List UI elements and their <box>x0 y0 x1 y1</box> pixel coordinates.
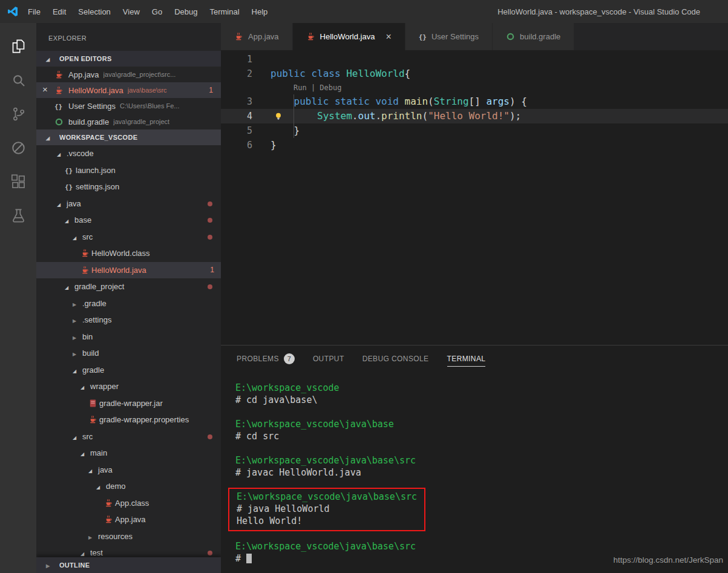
panel-tab-label: DEBUG CONSOLE <box>362 355 429 363</box>
jar-file-icon <box>88 399 99 408</box>
file-gradle-wrapper-properties[interactable]: gradle-wrapper.properties <box>36 411 221 428</box>
codelens-run-debug[interactable]: Run | Debug <box>293 83 341 92</box>
close-editor-icon[interactable] <box>42 84 48 94</box>
folder-java[interactable]: java <box>36 195 221 212</box>
editor-tab-bar: App.javaHelloWorld.javaUser Settingsbuil… <box>221 23 728 50</box>
terminal-path-line: E:\workspace_vscode\java\base <box>235 418 728 430</box>
line-number[interactable]: 5 <box>221 123 252 138</box>
terminal-path-line: E:\workspace_vscode\java\base\src <box>237 491 417 503</box>
close-tab-icon[interactable] <box>385 31 391 42</box>
menu-terminal[interactable]: Terminal <box>203 0 245 23</box>
panel-tab-debug-console[interactable]: DEBUG CONSOLE <box>362 345 429 372</box>
folder-gradle[interactable]: gradle <box>36 362 221 379</box>
terminal-block: E:\workspace_vscode# cd java\base\ <box>235 382 728 406</box>
terminal-path-line: E:\workspace_vscode <box>235 382 728 394</box>
code-line-4[interactable]: 4 System.out.println("Hello World!"); <box>221 109 728 123</box>
terminal-content[interactable]: E:\workspace_vscode# cd java\base\E:\wor… <box>221 372 728 573</box>
lightbulb-icon[interactable] <box>274 112 283 120</box>
menu-edit[interactable]: Edit <box>47 0 72 23</box>
folder-src[interactable]: src <box>36 229 221 246</box>
tab-helloworld-java[interactable]: HelloWorld.java <box>293 23 405 50</box>
panel-tab-terminal[interactable]: TERMINAL <box>447 345 486 372</box>
panel-tab-output[interactable]: OUTPUT <box>313 345 344 372</box>
menu-file[interactable]: File <box>22 0 47 23</box>
tab-app-java[interactable]: App.java <box>221 23 293 50</box>
item-label: HelloWorld.java <box>91 266 146 275</box>
folder-base[interactable]: base <box>36 212 221 229</box>
panel-tab-problems[interactable]: PROBLEMS7 <box>237 345 295 372</box>
open-editor-user-settings[interactable]: User SettingsC:\Users\Blues Fe... <box>36 98 221 114</box>
menu-go[interactable]: Go <box>146 0 168 23</box>
section-open-editors[interactable]: OPEN EDITORS <box>36 51 221 67</box>
source-control-icon[interactable] <box>4 97 33 131</box>
java-file-icon <box>80 266 91 275</box>
open-editor-helloworld-java[interactable]: HelloWorld.javajava\base\src1 <box>36 82 221 98</box>
code-line-3[interactable]: 3 public static void main(String[] args)… <box>221 94 728 109</box>
java-file-icon <box>88 415 99 424</box>
folder-wrapper[interactable]: wrapper <box>36 378 221 395</box>
open-editor-label: User Settings <box>68 102 116 111</box>
open-editor-app-java[interactable]: App.javajava\gradle_project\src... <box>36 67 221 82</box>
item-label: wrapper <box>90 382 119 391</box>
line-text: System.out.println("Hello World!"); <box>252 109 521 123</box>
extensions-icon[interactable] <box>4 165 33 198</box>
folder-src[interactable]: src <box>36 428 221 445</box>
code-line-5[interactable]: 5 } <box>221 123 728 138</box>
folder-settings[interactable]: .settings <box>36 312 221 329</box>
section-open-editors-label: OPEN EDITORS <box>59 55 112 62</box>
line-number[interactable]: 3 <box>221 94 252 109</box>
section-workspace[interactable]: WORKSPACE_VSCODE <box>36 129 221 145</box>
folder-test[interactable]: test <box>36 545 221 557</box>
line-number[interactable]: 4 <box>221 109 252 123</box>
explorer-icon[interactable] <box>4 29 33 63</box>
section-outline[interactable]: OUTLINE <box>36 557 221 573</box>
line-number[interactable]: 6 <box>221 138 252 152</box>
chevron-expanded-icon <box>73 432 82 441</box>
folder-gradle-project[interactable]: gradle_project <box>36 278 221 295</box>
chevron-collapsed-icon <box>46 562 56 569</box>
file-helloworld-java[interactable]: HelloWorld.java1 <box>36 262 221 279</box>
test-icon[interactable] <box>4 198 33 232</box>
chevron-collapsed-icon <box>73 349 82 358</box>
file-gradle-wrapper-jar[interactable]: gradle-wrapper.jar <box>36 395 221 412</box>
file-helloworld-class[interactable]: HelloWorld.class <box>36 245 221 262</box>
item-label: .settings <box>82 315 111 324</box>
file-app-java[interactable]: App.java <box>36 511 221 528</box>
sidebar-title: EXPLORER <box>36 23 221 51</box>
file-app-class[interactable]: App.class <box>36 495 221 512</box>
code-line-1[interactable]: 1 <box>221 52 728 67</box>
menu-help[interactable]: Help <box>246 0 274 23</box>
vscode-window: FileEditSelectionViewGoDebugTerminalHelp… <box>0 0 728 573</box>
menu-view[interactable]: View <box>117 0 146 23</box>
file-settings-json[interactable]: settings.json <box>36 178 221 195</box>
panel-tab-bar: PROBLEMS7OUTPUTDEBUG CONSOLETERMINAL <box>221 345 728 372</box>
folder-build[interactable]: build <box>36 345 221 362</box>
code-editor[interactable]: 12public class HelloWorld{Run | Debug3 p… <box>221 50 728 345</box>
folder-vscode[interactable]: .vscode <box>36 145 221 162</box>
menu-debug[interactable]: Debug <box>168 0 203 23</box>
problems-count-badge: 1 <box>209 86 221 94</box>
line-number[interactable]: 1 <box>221 52 252 67</box>
bottom-panel: PROBLEMS7OUTPUTDEBUG CONSOLETERMINAL E:\… <box>221 345 728 573</box>
debug-icon[interactable] <box>4 131 33 165</box>
folder-java[interactable]: java <box>36 462 221 479</box>
folder-resources[interactable]: resources <box>36 528 221 545</box>
code-line-6[interactable]: 6} <box>221 138 728 152</box>
folder-bin[interactable]: bin <box>36 329 221 345</box>
folder-gradle[interactable]: .gradle <box>36 295 221 312</box>
line-number[interactable]: 2 <box>221 67 252 81</box>
braces-file-icon <box>65 182 76 191</box>
folder-demo[interactable]: demo <box>36 478 221 495</box>
tab-build-gradle[interactable]: build.gradle <box>493 23 574 50</box>
code-line-2[interactable]: 2public class HelloWorld{ <box>221 67 728 81</box>
menu-selection[interactable]: Selection <box>72 0 116 23</box>
tab-user-settings[interactable]: User Settings <box>405 23 493 50</box>
file-launch-json[interactable]: launch.json <box>36 162 221 179</box>
terminal-path-line: E:\workspace_vscode\java\base\src <box>235 454 728 467</box>
chevron-collapsed-icon <box>73 332 82 341</box>
problems-count-badge: 1 <box>210 266 214 274</box>
search-icon[interactable] <box>4 63 33 97</box>
tab-label: User Settings <box>431 32 479 41</box>
folder-main[interactable]: main <box>36 445 221 462</box>
open-editor-build-gradle[interactable]: build.gradlejava\gradle_project <box>36 114 221 129</box>
